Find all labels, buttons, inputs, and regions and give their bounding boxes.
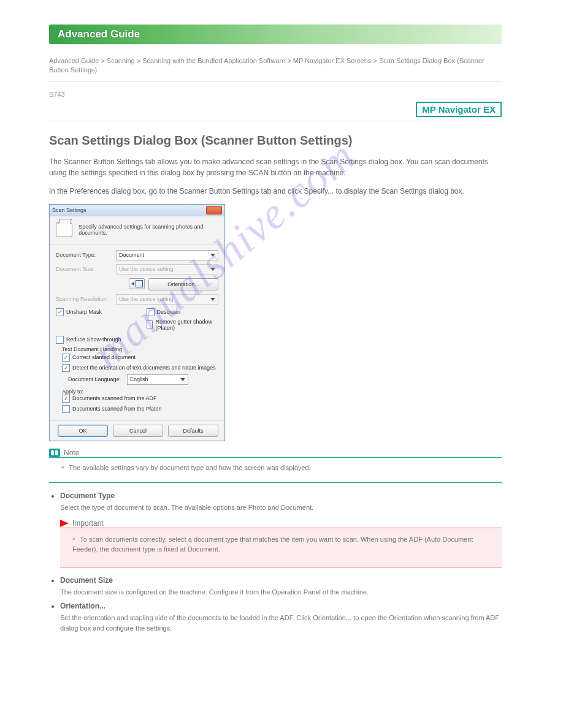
orientation-indicator-button[interactable]: [129, 278, 145, 289]
ok-button[interactable]: OK: [58, 425, 108, 437]
page-title: Scan Settings Dialog Box (Scanner Button…: [49, 134, 502, 148]
doc-type-select[interactable]: Document: [116, 250, 218, 260]
chevron-down-icon: [180, 378, 185, 381]
important-item: To scan documents correctly, select a do…: [72, 534, 497, 555]
dialog-header: Specify advanced settings for scanning p…: [50, 216, 224, 245]
from-adf-checkbox[interactable]: [62, 395, 70, 403]
remove-gutter-checkbox[interactable]: [147, 320, 153, 328]
item-body: The document size is configured on the m…: [60, 587, 502, 597]
note-label: Note: [64, 449, 79, 457]
from-platen-checkbox[interactable]: [62, 405, 70, 413]
intro-paragraph-2: In the Preferences dialog box, go to the…: [49, 186, 502, 197]
dialog-header-desc: Specify advanced settings for scanning p…: [79, 224, 218, 236]
label-reduce-show: Reduce Show-through: [66, 336, 121, 343]
reduce-show-checkbox[interactable]: [56, 336, 64, 344]
defaults-button[interactable]: Defaults: [168, 425, 218, 437]
item-title: Document Size: [60, 576, 502, 585]
intro-paragraph-1: The Scanner Button Settings tab allows y…: [49, 156, 502, 178]
label-detect-orient: Detect the orientation of text documents…: [72, 365, 216, 371]
note-item: The available settings vary by document …: [61, 463, 499, 473]
label-doc-size: Document Size:: [56, 266, 116, 272]
list-item: Document Type Select the type of documen…: [60, 491, 502, 567]
item-title: Orientation...: [60, 602, 502, 610]
dialog-title: Scan Settings: [52, 207, 86, 213]
correct-slanted-checkbox[interactable]: [62, 354, 70, 362]
chevron-down-icon: [210, 254, 215, 257]
note-icon: [49, 449, 60, 457]
scan-settings-dialog: Scan Settings Specify advanced settings …: [49, 204, 225, 441]
close-icon[interactable]: [206, 206, 222, 214]
label-remove-gutter: Remove gutter shadow (Platen): [155, 319, 218, 331]
list-item: Document Size The document size is confi…: [60, 576, 502, 597]
page-root: manualshive.com Advanced Guide Advanced …: [0, 0, 563, 675]
doc-lang-value: English: [130, 376, 148, 382]
descreen-checkbox[interactable]: [147, 308, 155, 316]
label-descreen: Descreen: [157, 309, 181, 315]
label-doc-lang: Document Language:: [68, 376, 127, 382]
scan-res-value: Use the device setting: [119, 296, 174, 302]
label-text-handling: Text Document Handling: [62, 346, 218, 352]
chevron-down-icon: [210, 298, 215, 301]
label-scan-res: Scanning Resolution:: [56, 296, 116, 302]
unsharp-checkbox[interactable]: [56, 308, 64, 316]
doc-code: S743: [49, 91, 502, 98]
scan-res-select: Use the device setting: [116, 294, 218, 305]
doc-lang-select[interactable]: English: [127, 374, 188, 385]
list-item: Orientation... Set the orientation and s…: [60, 602, 502, 633]
label-doc-type: Document Type:: [56, 252, 116, 258]
doc-size-select: Use the device setting: [116, 264, 218, 275]
item-body: Set the orientation and stapling side of…: [60, 613, 502, 633]
label-from-adf: Documents scanned from the ADF: [72, 395, 157, 401]
divider: [49, 82, 502, 82]
item-title: Document Type: [60, 491, 502, 500]
label-apply-to: Apply to:: [62, 389, 218, 395]
doc-type-value: Document: [119, 252, 144, 258]
note-block: Note The available settings vary by docu…: [49, 449, 502, 483]
guide-header: Advanced Guide: [49, 25, 502, 44]
breadcrumb: Advanced Guide > Scanning > Scanning wit…: [49, 56, 502, 75]
item-body: Select the type of document to scan. The…: [60, 502, 502, 513]
label-unsharp: Unsharp Mask: [66, 309, 102, 315]
dialog-titlebar[interactable]: Scan Settings: [50, 205, 224, 216]
mp-navigator-badge: MP Navigator EX: [416, 102, 502, 117]
label-from-platen: Documents scanned from the Platen: [72, 406, 162, 412]
chevron-down-icon: [210, 268, 215, 271]
page-icon: [136, 280, 143, 287]
doc-size-value: Use the device setting: [119, 266, 174, 272]
divider: [49, 121, 502, 121]
orientation-button[interactable]: Orientation...: [148, 278, 218, 290]
arrow-left-icon: [131, 282, 134, 286]
detect-orient-checkbox[interactable]: [62, 364, 70, 372]
cancel-button[interactable]: Cancel: [113, 425, 163, 437]
scanner-icon: [56, 222, 72, 237]
important-block: Important To scan documents correctly, s…: [60, 519, 502, 567]
important-label: Important: [72, 519, 104, 528]
important-flag-icon: [60, 520, 69, 527]
label-correct-slanted: Correct slanted document: [72, 354, 136, 360]
